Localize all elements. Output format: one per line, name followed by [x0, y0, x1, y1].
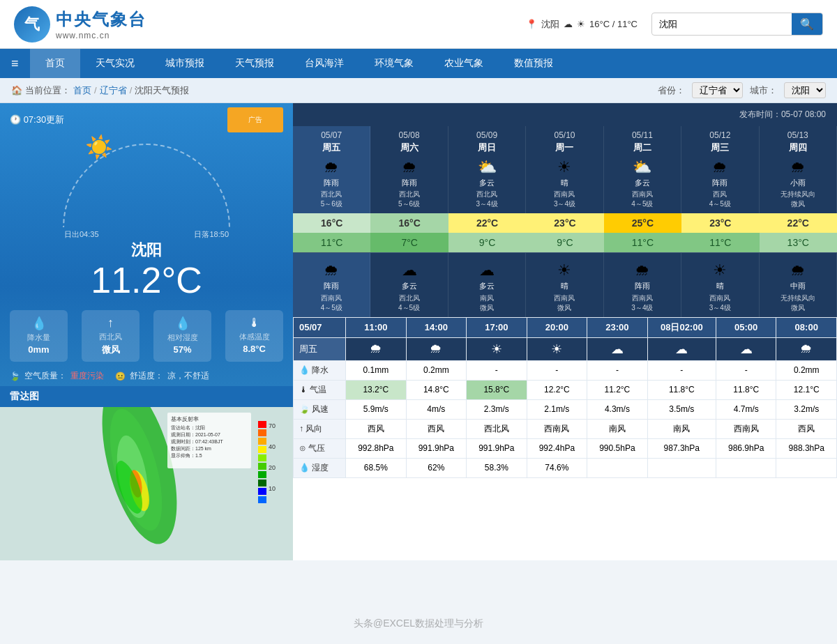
province-select[interactable]: 辽宁省 [692, 82, 743, 98]
main-content: 🕐 07:30更新 广告 ☀️ 日出04:35 日落18:50 沈阳 11.2°… [0, 103, 837, 560]
forecast-day-1: 05/08 周六 🌧 阵雨 西北风5～6级 [370, 126, 448, 213]
svg-rect-13 [258, 463, 266, 470]
aq-label: 空气质量： [24, 370, 66, 382]
night-day-3: ☀ 晴 西南风微风 [526, 253, 603, 316]
low-temp-cell-1: 7°C [370, 233, 448, 252]
high-temp-cell-3: 23°C [526, 213, 603, 233]
svg-rect-16 [258, 488, 266, 495]
air-quality-bar: 🍃 空气质量： 重度污染 😐 舒适度： 凉，不舒适 [0, 367, 293, 386]
left-panel: 🕐 07:30更新 广告 ☀️ 日出04:35 日落18:50 沈阳 11.2°… [0, 103, 293, 560]
nav-item-agri[interactable]: 农业气象 [429, 49, 499, 78]
radar-section: 雷达图 [0, 386, 293, 560]
svg-text:观测日期：2021-05-07: 观测日期：2021-05-07 [171, 432, 220, 437]
svg-text:基本反射率: 基本反射率 [171, 416, 199, 422]
forecast-day-2: 05/09 周日 ⛅ 多云 西北风3～4级 [448, 126, 526, 213]
hourly-humidity-row: 💧 湿度68.5%62%58.3%74.6% [294, 458, 837, 477]
info-feels-like: 🌡 体感温度 8.8°C [225, 310, 283, 362]
cloud-icon: ☁ [564, 19, 573, 29]
air-quality-item: 🍃 空气质量： 重度污染 [10, 370, 104, 382]
night-day-5: ☀ 晴 西南风3～4级 [681, 253, 759, 316]
header-right: 📍 沈阳 ☁ ☀ 16°C / 11°C 🔍 [526, 13, 823, 36]
nav-item-forecast[interactable]: 天气预报 [220, 49, 289, 78]
publish-time-bar: 发布时间：05-07 08:00 [293, 103, 837, 126]
hourly-table: 05/0711:0014:0017:0020:0023:0008日02:0005… [293, 317, 837, 478]
low-temp-cell-2: 9°C [448, 233, 526, 252]
radar-title: 雷达图 [0, 386, 293, 407]
breadcrumb-province[interactable]: 辽宁省 [100, 84, 127, 97]
search-button[interactable]: 🔍 [792, 13, 822, 35]
sun-arc: ☀️ 日出04:35 日落18:50 [63, 144, 230, 227]
location-city: 沈阳 [541, 18, 559, 31]
sun-icon: ☀️ [85, 134, 113, 160]
logo-icon: 气 [14, 6, 50, 43]
svg-text:雷达站名：沈阳: 雷达站名：沈阳 [171, 425, 205, 430]
comfort-label: 舒适度： [130, 370, 163, 382]
low-temp-cell-6: 13°C [760, 233, 837, 252]
high-temp-row: 16°C16°C22°C23°C25°C23°C22°C [293, 213, 837, 233]
logo-area: 气 中央气象台 www.nmc.cn [14, 6, 146, 43]
hourly-section: 05/0711:0014:0017:0020:0023:0008日02:0005… [293, 317, 837, 560]
high-temp-cell-0: 16°C [293, 213, 370, 233]
high-temp-cell-5: 23°C [681, 213, 759, 233]
precip-value: 0mm [28, 344, 49, 355]
hourly-temp-row: 🌡 气温13.2°C14.8°C15.8°C12.2°C11.2°C11.8°C… [294, 380, 837, 399]
forecast-day-0: 05/07 周五 🌧 阵雨 西北风5～6级 [293, 126, 370, 213]
night-day-2: ☁ 多云 南风微风 [448, 253, 526, 316]
header: 气 中央气象台 www.nmc.cn 📍 沈阳 ☁ ☀ 16°C / 11°C … [0, 0, 837, 49]
search-input[interactable] [652, 15, 792, 33]
radar-svg: 70 40 20 10 基本反射率 雷达站名：沈阳 观测日期：2021-05-0… [0, 407, 293, 560]
svg-rect-17 [258, 496, 266, 503]
hourly-precip-row: 💧 降水0.1mm0.2mm-----0.2mm [294, 360, 837, 380]
humidity-label: 相对湿度 [167, 332, 198, 343]
breadcrumb-current: 沈阳天气预报 [135, 84, 189, 97]
info-humidity: 💧 相对湿度 57% [153, 310, 211, 362]
forecast-day-4: 05/11 周二 ⛅ 多云 西南风4～5级 [604, 126, 681, 213]
logo-text: 中央气象台 www.nmc.cn [56, 8, 146, 40]
right-panel: 发布时间：05-07 08:00 05/07 周五 🌧 阵雨 西北风5～6级 0… [293, 103, 837, 560]
breadcrumb-bar: 🏠 当前位置： 首页 / 辽宁省 / 沈阳天气预报 省份： 辽宁省 城市： 沈阳 [0, 78, 837, 103]
nav-item-typhoon[interactable]: 台风海洋 [289, 49, 359, 78]
svg-text:观测时刻：07:42:43BJT: 观测时刻：07:42:43BJT [171, 439, 223, 444]
aq-value: 重度污染 [70, 370, 104, 382]
menu-toggle-button[interactable]: ≡ [0, 56, 30, 71]
comfort-icon: 😐 [115, 371, 126, 381]
header-temp: 16°C / 11°C [589, 19, 638, 29]
nav-item-city[interactable]: 城市预报 [150, 49, 220, 78]
high-temp-cell-2: 22°C [448, 213, 526, 233]
nav-item-env[interactable]: 环境气象 [359, 49, 429, 78]
svg-text:显示仰角：1.5: 显示仰角：1.5 [171, 453, 202, 458]
wind-icon: ↑ [107, 316, 114, 330]
low-temp-cell-4: 11°C [604, 233, 681, 252]
feels-like-icon: 🌡 [248, 316, 261, 330]
night-day-1: ☁ 多云 西北风4～5级 [370, 253, 448, 316]
current-temp: 11.2°C [91, 261, 202, 300]
nav-item-num[interactable]: 数值预报 [499, 49, 568, 78]
high-temp-cell-6: 22°C [760, 213, 837, 233]
breadcrumb-home[interactable]: 首页 [73, 84, 91, 97]
hourly-date-row: 05/0711:0014:0017:0020:0023:0008日02:0005… [294, 317, 837, 337]
forecast-7day-top: 05/07 周五 🌧 阵雨 西北风5～6级 05/08 周六 🌧 阵雨 西北风5… [293, 126, 837, 213]
nav-item-home[interactable]: 首页 [30, 49, 80, 78]
city-select[interactable]: 沈阳 [784, 82, 826, 98]
province-label: 省份： [658, 84, 685, 97]
forecast-day-3: 05/10 周一 ☀ 晴 西南风3～4级 [526, 126, 603, 213]
location-info: 📍 沈阳 ☁ ☀ 16°C / 11°C [526, 18, 638, 31]
humidity-value: 57% [173, 344, 191, 355]
leaf-icon: 🍃 [10, 371, 20, 381]
precip-icon: 💧 [31, 316, 47, 331]
svg-rect-11 [258, 446, 266, 453]
weather-main: ☀️ 日出04:35 日落18:50 沈阳 11.2°C [0, 137, 293, 305]
svg-text:40: 40 [269, 443, 276, 450]
city-label: 城市： [750, 84, 777, 97]
nav-item-live[interactable]: 天气实况 [80, 49, 150, 78]
hourly-windspeed-row: 🍃 风速5.9m/s4m/s2.3m/s2.1m/s4.3m/s3.5m/s4.… [294, 399, 837, 419]
svg-text:20: 20 [269, 464, 276, 471]
search-box[interactable]: 🔍 [651, 13, 823, 36]
low-temp-cell-5: 11°C [681, 233, 759, 252]
ad-banner: 广告 [227, 107, 283, 132]
site-title-en: www.nmc.cn [56, 31, 146, 40]
svg-text:10: 10 [269, 485, 276, 492]
weather-info-row: 💧 降水量 0mm ↑ 西北风 微风 💧 相对湿度 57% 🌡 体感温度 8.8… [0, 305, 293, 367]
low-temp-row: 11°C7°C9°C9°C11°C11°C13°C [293, 233, 837, 252]
update-time-bar: 🕐 07:30更新 广告 [0, 103, 293, 137]
